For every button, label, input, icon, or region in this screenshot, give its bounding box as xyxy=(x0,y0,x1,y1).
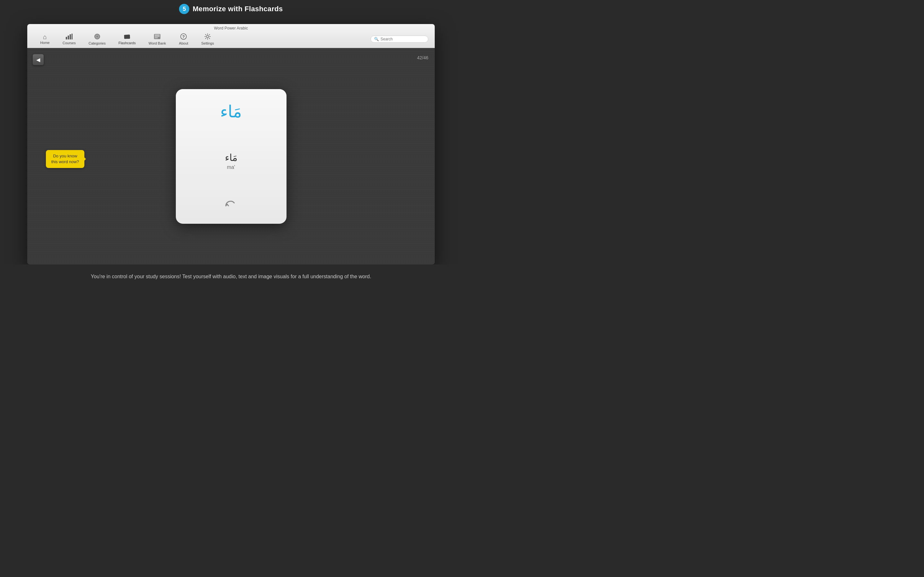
tooltip-bubble: Do you know this word now? xyxy=(46,150,84,168)
search-box[interactable]: 🔍 xyxy=(371,35,428,43)
nav-flashcards-label: Flashcards xyxy=(118,41,136,45)
nav-home-label: Home xyxy=(40,41,49,45)
toolbar-title: Word Power Arabic xyxy=(214,24,248,31)
title-bar: 5 Memorize with Flashcards xyxy=(0,0,462,17)
svg-rect-12 xyxy=(155,37,158,38)
card-arabic-secondary: مَاء xyxy=(225,152,237,163)
nav-home[interactable]: ⌂ Home xyxy=(34,32,56,46)
svg-text:?: ? xyxy=(182,34,185,39)
footer-text: You're in control of your study sessions… xyxy=(91,273,371,280)
svg-rect-0 xyxy=(66,37,67,39)
svg-rect-11 xyxy=(155,36,160,37)
svg-rect-10 xyxy=(155,35,160,35)
toolbar-nav: ⌂ Home Courses xyxy=(27,31,435,48)
flashcard[interactable]: مَاء مَاء ma' xyxy=(176,89,286,224)
progress-indicator: 42/46 xyxy=(417,55,428,60)
nav-settings[interactable]: Settings xyxy=(195,32,220,47)
about-icon: ? xyxy=(180,33,187,41)
svg-rect-3 xyxy=(71,34,73,39)
main-content: ◀ 42/46 Do you know this word now? مَاء … xyxy=(27,48,435,264)
search-icon: 🔍 xyxy=(374,37,379,41)
search-input[interactable] xyxy=(381,37,425,41)
back-arrow-icon: ◀ xyxy=(36,57,40,63)
nav-flashcards[interactable]: Flashcards xyxy=(112,32,142,46)
svg-rect-1 xyxy=(68,35,69,39)
toolbar: Word Power Arabic ⌂ Home xyxy=(27,24,435,48)
flashcards-icon xyxy=(124,34,131,40)
app-window: Word Power Arabic ⌂ Home xyxy=(27,24,435,264)
title-text: Memorize with Flashcards xyxy=(192,5,283,13)
nav-categories-label: Categories xyxy=(89,41,105,45)
nav-items: ⌂ Home Courses xyxy=(34,32,371,47)
title-badge: 5 xyxy=(179,4,189,14)
nav-about-label: About xyxy=(179,41,188,45)
home-icon: ⌂ xyxy=(43,34,47,40)
svg-rect-8 xyxy=(124,35,130,39)
settings-icon xyxy=(204,33,211,41)
back-button[interactable]: ◀ xyxy=(32,54,44,65)
nav-wordbank[interactable]: Word Bank xyxy=(142,32,172,47)
nav-courses[interactable]: Courses xyxy=(56,32,82,46)
wordbank-icon xyxy=(153,33,161,41)
nav-courses-label: Courses xyxy=(63,41,76,45)
categories-icon xyxy=(94,33,101,41)
nav-categories[interactable]: Categories xyxy=(82,32,112,47)
svg-point-6 xyxy=(96,35,98,37)
svg-point-15 xyxy=(207,35,209,37)
nav-wordbank-label: Word Bank xyxy=(149,41,166,45)
card-flip-button[interactable] xyxy=(225,200,237,212)
courses-icon xyxy=(65,34,73,40)
footer-description: You're in control of your study sessions… xyxy=(0,264,462,288)
card-transliteration: ma' xyxy=(227,164,235,170)
svg-rect-2 xyxy=(69,34,71,39)
nav-about[interactable]: ? About xyxy=(172,32,195,47)
card-middle-section: مَاء ma' xyxy=(225,152,237,170)
nav-settings-label: Settings xyxy=(201,41,214,45)
card-arabic-main: مَاء xyxy=(220,102,242,122)
